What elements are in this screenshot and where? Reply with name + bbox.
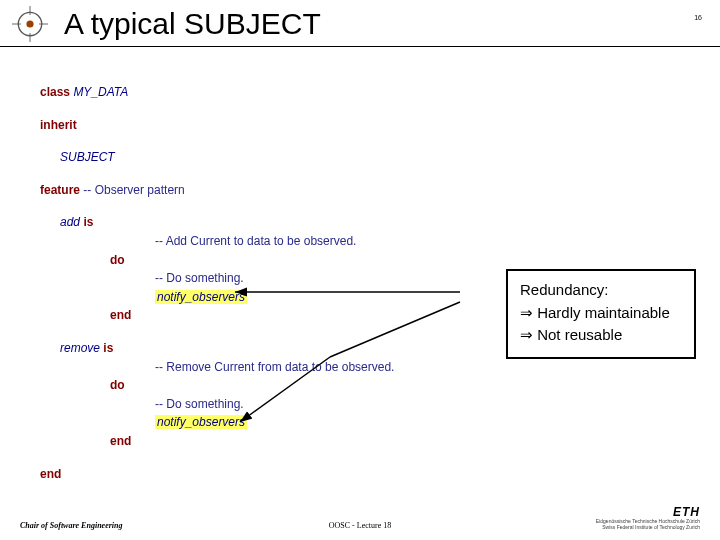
arrow-icon: ⇒ xyxy=(520,326,533,343)
slide-footer: Chair of Software Engineering OOSC - Lec… xyxy=(0,505,720,530)
keyword-class: class xyxy=(40,85,70,99)
footer-right: ETH Eidgenössische Technische Hochschule… xyxy=(596,505,700,530)
feature-add: add xyxy=(60,215,80,229)
code-remove-comment: -- Remove Current from data to be observ… xyxy=(155,358,680,377)
code-line-class: class MY_DATA xyxy=(40,83,680,102)
slide-content: class MY_DATA inherit SUBJECT feature --… xyxy=(0,47,720,493)
keyword-is: is xyxy=(83,215,93,229)
eth-sub-2: Swiss Federal Institute of Technology Zu… xyxy=(596,525,700,531)
slide-header: A typical SUBJECT 16 xyxy=(0,0,720,47)
code-line-inherit: inherit xyxy=(40,116,680,135)
code-end-2: end xyxy=(110,432,680,451)
footer-left: Chair of Software Engineering xyxy=(20,521,122,530)
redundancy-callout: Redundancy: ⇒ Hardly maintainable ⇒ Not … xyxy=(506,269,696,359)
callout-line-2: ⇒ Not reusable xyxy=(520,324,682,347)
keyword-feature: feature xyxy=(40,183,80,197)
slide-number: 16 xyxy=(694,14,702,21)
bullet-icon xyxy=(12,6,48,42)
svg-point-1 xyxy=(26,20,33,27)
code-notify-2: notify_observers xyxy=(155,413,680,432)
eth-logo-text: ETH xyxy=(596,505,700,519)
code-do-1: do xyxy=(110,251,680,270)
callout-title: Redundancy xyxy=(520,281,604,298)
feature-remove: remove xyxy=(60,341,100,355)
code-line-add: add is xyxy=(60,213,680,232)
code-add-comment: -- Add Current to data to be observed. xyxy=(155,232,680,251)
keyword-inherit: inherit xyxy=(40,118,77,132)
code-do-2: do xyxy=(110,376,680,395)
code-do-something-2: -- Do something. xyxy=(155,395,680,414)
parent-class: SUBJECT xyxy=(60,150,115,164)
callout-line-1: ⇒ Hardly maintainable xyxy=(520,302,682,325)
arrow-icon: ⇒ xyxy=(520,304,533,321)
code-line-parent: SUBJECT xyxy=(60,148,680,167)
class-name: MY_DATA xyxy=(73,85,128,99)
code-final-end: end xyxy=(40,465,680,484)
footer-center: OOSC - Lecture 18 xyxy=(329,521,391,530)
code-line-feature: feature -- Observer pattern xyxy=(40,181,680,200)
callout-title-line: Redundancy: xyxy=(520,279,682,302)
slide-title: A typical SUBJECT xyxy=(64,7,321,41)
feature-comment: -- Observer pattern xyxy=(83,183,184,197)
keyword-is: is xyxy=(103,341,113,355)
